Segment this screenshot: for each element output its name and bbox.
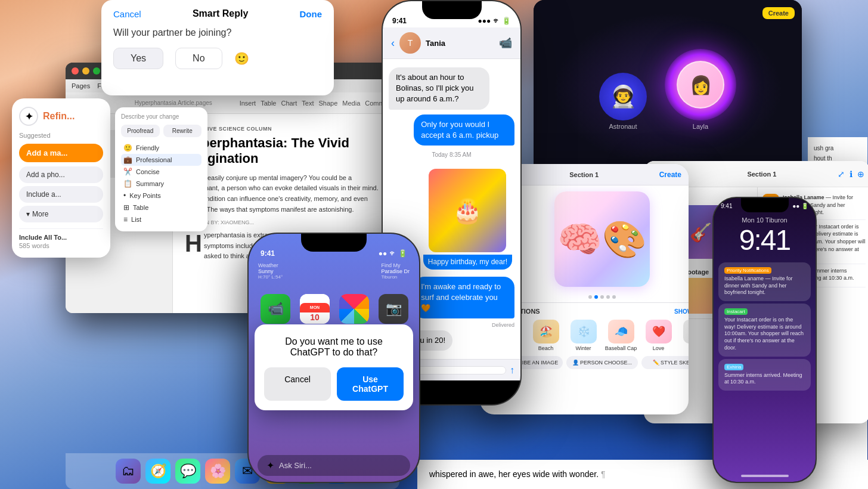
wt-summary[interactable]: 📋Summary: [121, 178, 202, 190]
more-icon[interactable]: ⊕: [857, 169, 864, 179]
dock-photos[interactable]: 🌸: [205, 459, 230, 484]
toolbar-text[interactable]: Text: [302, 100, 314, 107]
minimize-dot[interactable]: [82, 67, 89, 75]
lock-notif-header-2: Instacart: [724, 308, 805, 315]
create-btn[interactable]: Create: [659, 171, 681, 179]
chatgpt-notch: [301, 234, 367, 252]
camera-icon: 📷: [379, 294, 408, 324]
lock-signal: ●● 🔋: [792, 203, 808, 209]
chevron-down-icon: ▾: [26, 210, 30, 218]
chatgpt-use-btn[interactable]: Use ChatGPT: [337, 367, 404, 401]
create-button[interactable]: Create: [762, 7, 795, 19]
line-1: ush gra: [814, 143, 861, 153]
contact-initial: T: [408, 38, 413, 48]
weather-temp: H:70° L:54°: [258, 274, 283, 280]
wt-rewrite-btn[interactable]: Rewrite: [163, 125, 202, 137]
toolbar-chart[interactable]: Chart: [281, 100, 297, 107]
close-dot[interactable]: [72, 67, 79, 75]
toolbar-table[interactable]: Table: [261, 100, 276, 107]
smart-reply-done[interactable]: Done: [299, 9, 322, 19]
style-sketch-btn[interactable]: ✏️ STYLE SKETCH: [641, 356, 689, 369]
add-photo-btn[interactable]: Add a pho...: [19, 166, 103, 183]
emoji-face-icon[interactable]: 🙂: [234, 51, 249, 66]
info-icon[interactable]: ℹ: [850, 169, 852, 179]
iphone-lock-screen: 9:41 ●● 🔋 Mon 10 Tiburon 9:41 Priority N…: [712, 197, 817, 483]
dot-5: [612, 295, 616, 299]
sugg-crowe[interactable]: 🐦 Crowe: [680, 320, 689, 351]
cal-date: 10: [310, 312, 320, 322]
lock-notif-body-1: Isabella Laname — Invite for dinner with…: [724, 276, 805, 296]
reply-yes[interactable]: Yes: [113, 48, 163, 69]
messages-time: 9:41: [392, 17, 407, 25]
fullscreen-dot[interactable]: [93, 67, 100, 75]
sketch-icon: ✏️: [653, 360, 659, 366]
person-icon: 👤: [572, 360, 579, 366]
reply-no[interactable]: No: [175, 48, 222, 69]
sugg-beach[interactable]: 🏖️ Beach: [529, 320, 562, 351]
crowe-label: Crowe: [688, 345, 689, 351]
chatgpt-cancel-btn[interactable]: Cancel: [264, 367, 331, 401]
toolbar-shape[interactable]: Shape: [319, 100, 338, 107]
wt-proofread-btn[interactable]: Proofread: [121, 125, 160, 137]
sugg-winter[interactable]: ❄️ Winter: [567, 320, 600, 351]
video-call-icon[interactable]: 📹: [499, 36, 512, 49]
expand-icon[interactable]: ⤢: [838, 169, 845, 179]
generated-brain-image: 🧠🎨: [554, 191, 650, 287]
guitar-emoji: 🎸: [690, 222, 712, 243]
msg-2: Only for you would I accept a 6 a.m. pic…: [414, 114, 514, 146]
smart-reply-dialog: Cancel Smart Reply Done Will your partne…: [101, 0, 334, 95]
back-arrow-icon[interactable]: ‹: [391, 37, 395, 49]
include-all-label: Include All To...: [19, 234, 103, 241]
avatar-name-label: Layla: [693, 123, 708, 130]
toolbar-insert[interactable]: Insert: [240, 100, 256, 107]
send-icon[interactable]: ↑: [510, 365, 514, 376]
add-map-btn[interactable]: Add a ma...: [19, 144, 103, 162]
dock-finder[interactable]: 🗂: [116, 459, 141, 484]
mac-large-window: 👨‍🚀 Astronaut 👩 Layla Create: [534, 0, 802, 179]
toolbar-filename: Hyperphantasia Article.pages: [112, 100, 235, 106]
lock-notif-2: Instacart Your Instacart order is on the…: [718, 304, 811, 356]
dock-messages[interactable]: 💬: [175, 459, 200, 484]
sugg-baseball-cap[interactable]: 🧢 Baseball Cap: [604, 320, 637, 351]
summary-icon: 📋: [123, 179, 132, 188]
wt-keypoints[interactable]: •Key Points: [121, 190, 202, 202]
more-label: More: [32, 210, 48, 218]
smart-reply-question: Will your partner be joining?: [101, 25, 334, 48]
smart-reply-options: Yes No 🙂: [101, 48, 334, 69]
friendly-icon: 🙂: [123, 144, 132, 152]
lock-screen-bg: 9:41 ●● 🔋 Mon 10 Tiburon 9:41 Priority N…: [714, 198, 816, 482]
chatgpt-screen: 9:41 ●● ᯤ 🔋 Weather Sunny H:70° L:54° Fi…: [249, 234, 419, 482]
findmy-label: Find My: [381, 262, 410, 268]
wt-concise[interactable]: ✂️Concise: [121, 166, 202, 178]
include-btn[interactable]: Include a...: [19, 186, 103, 203]
dock-safari[interactable]: 🧭: [145, 459, 170, 484]
dot-1: [588, 295, 592, 299]
wt-table[interactable]: ⊞Table: [121, 202, 202, 213]
ai-footer: Include All To... 585 words: [19, 228, 103, 249]
article-byline: WRITTEN BY: XIAOMENG...: [185, 219, 388, 225]
menu-pages[interactable]: Pages: [72, 82, 90, 89]
chatgpt-signal: ●● ᯤ 🔋: [379, 249, 407, 258]
article-section-label: COGNITIVE SCIENCE COLUMN: [185, 126, 388, 132]
smart-reply-cancel[interactable]: Cancel: [113, 9, 141, 19]
more-btn[interactable]: ▾ More: [19, 206, 103, 222]
wt-professional[interactable]: 💼Professional: [121, 154, 202, 166]
wt-friendly[interactable]: 🙂Friendly: [121, 142, 202, 154]
siri-placeholder: Ask Siri...: [279, 461, 312, 470]
show-more-btn[interactable]: SHOW MORE: [674, 308, 689, 315]
calendar-face: MON 10: [300, 294, 330, 324]
article-title: Hyperphantasia: The Vivid Imagination: [185, 135, 388, 167]
astronaut-label: Astronaut: [609, 123, 637, 130]
nav-icons-right: ⤢ ℹ ⊕: [838, 169, 864, 179]
wt-list[interactable]: ≡List: [121, 213, 202, 225]
toolbar-media[interactable]: Media: [342, 100, 360, 107]
siri-bar[interactable]: ✦ Ask Siri...: [258, 455, 410, 476]
wt-table-label: Table: [133, 204, 148, 211]
birthday-image: 🎂: [429, 169, 506, 252]
sugg-love[interactable]: ❤️ Love: [642, 320, 675, 351]
lock-notif-body-2: Your Instacart order is on the way! Deli…: [724, 317, 805, 351]
person-choose-btn[interactable]: 👤 PERSON CHOOSE...: [566, 356, 637, 369]
ai-suggestions-panel: ✦ Refin... Suggested Add a ma... Add a p…: [12, 98, 110, 258]
lock-notch: [741, 198, 789, 212]
wt-summary-label: Summary: [136, 180, 164, 187]
